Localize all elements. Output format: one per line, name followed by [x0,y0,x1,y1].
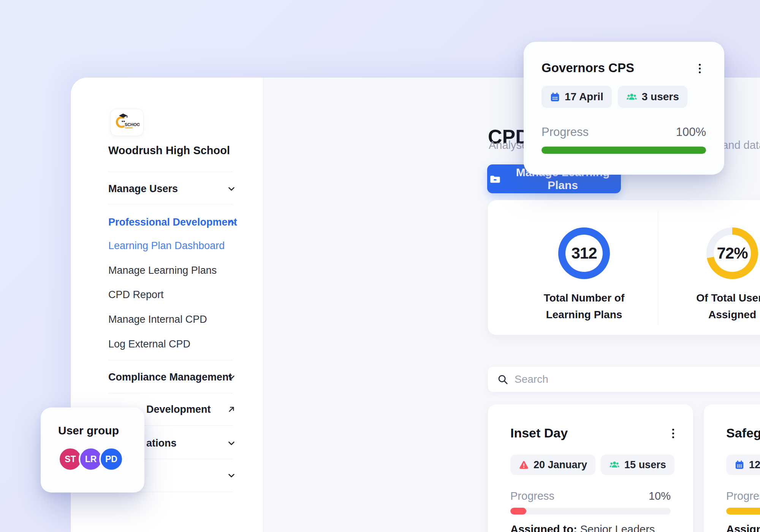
school-logo-icon: SCHOOL [114,112,139,132]
sidebar-item-manage-learning-plans[interactable]: Manage Learning Plans [108,262,239,279]
progress-value: 100% [676,125,706,139]
svg-text:SCHOOL: SCHOOL [125,122,139,127]
plan-title: Inset Day [510,426,568,440]
screen: SCHOOL Woodrush High School Manage Users… [0,0,760,532]
sidebar-item-label: Manage Users [108,183,178,195]
chevron-down-icon [226,470,236,480]
sidebar-item-learning-plan-dashboard[interactable]: Learning Plan Dashboard [108,237,239,254]
progress-label: Progress [726,490,760,502]
progress-label: Progress [542,125,589,139]
warning-icon [519,460,529,470]
stat-label: Of Total UsersAssigned [664,290,760,323]
stats-card: 312 Total Number ofLearning Plans 72% Of… [488,200,760,335]
chevron-down-icon [226,372,236,382]
chevron-down-icon [226,184,236,194]
sidebar-item-label: Manage Learning Plans [108,265,217,276]
calendar-icon [735,460,744,470]
kebab-menu-icon[interactable] [670,426,676,440]
divider [658,211,658,325]
date-label: 12 March [749,459,760,471]
sidebar-item-professional-development[interactable]: Professional Development [108,214,239,230]
users-badge: 3 users [618,86,687,108]
governors-cps-card: Governors CPS 17 April 3 users Progress … [524,42,724,175]
progress-label: Progress [510,490,554,502]
sidebar-item-label: Manage Internal CPD [108,314,207,325]
date-label: 17 April [565,91,603,103]
avatar-group: ST LR PD [58,447,124,471]
user-group-card: User group ST LR PD [41,407,144,493]
divider [108,360,233,360]
progress-bar [510,508,671,515]
card-title: User group [58,424,119,437]
date-badge: 20 January [510,455,595,475]
donut-total-plans: 312 [558,227,610,279]
search-icon [497,374,508,385]
progress-value: 10% [649,490,671,502]
users-icon [609,459,620,470]
search-input[interactable] [514,373,760,386]
donut-users-assigned: 72% [706,227,758,279]
folder-icon [489,173,501,185]
stat-value: 312 [571,244,597,262]
avatar: PD [99,447,124,471]
chevron-up-icon [226,217,236,227]
users-icon [626,92,637,103]
sidebar-item-label: Compliance Management [108,371,232,383]
sidebar-item-log-external-cpd[interactable]: Log External CPD [108,336,239,352]
plan-card-safeguarding: Safeguarding 12 March 15 users [704,404,760,532]
chevron-down-icon [226,438,236,448]
search-box[interactable] [488,367,760,392]
calendar-icon [550,92,560,102]
progress-bar [726,508,760,515]
users-label: 15 users [624,459,666,471]
sidebar-item-label: Learning Plan Dashboard [108,240,225,252]
progress-bar [542,147,706,154]
kebab-menu-icon[interactable] [697,62,703,76]
school-name: Woodrush High School [108,144,230,157]
sidebar-item-label: CPD Report [108,289,164,301]
sidebar-item-manage-users[interactable]: Manage Users [108,180,239,197]
sidebar-item-label: Log External CPD [108,338,190,350]
divider [108,204,233,204]
date-badge: 17 April [542,86,612,108]
date-label: 20 January [534,459,587,471]
users-badge: 15 users [601,455,674,475]
sidebar-item-manage-internal-cpd[interactable]: Manage Internal CPD [108,311,239,328]
assigned-to: Assigned to: Senior Leaders [510,523,655,532]
divider [108,393,233,393]
sidebar-item-compliance-management[interactable]: Compliance Management [108,369,239,385]
date-badge: 12 March [726,455,760,475]
sidebar-item-cpd-report[interactable]: CPD Report [108,286,239,303]
users-label: 3 users [642,91,679,103]
external-link-icon [226,404,236,414]
plan-title: Safeguarding [726,426,760,440]
plan-card-inset-day: Inset Day 20 January 15 users [488,404,693,532]
assigned-to: Assigned to: Senior Leaders [726,523,760,532]
sidebar-item-label: Professional Development [108,216,237,228]
stat-value: 72% [717,244,747,262]
stat-label: Total Number ofLearning Plans [516,290,652,323]
divider [108,172,233,172]
school-logo: SCHOOL [110,109,144,136]
card-title: Governors CPS [542,61,634,75]
